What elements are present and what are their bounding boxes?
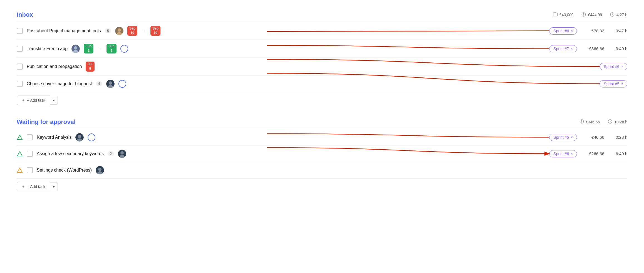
task-amount: €366.66	[585, 46, 604, 51]
plus-icon: ＋	[21, 184, 25, 189]
task-date-end: Jun5	[106, 44, 116, 53]
svg-point-10	[109, 81, 112, 85]
task-status-circle	[118, 80, 126, 88]
svg-point-4	[118, 28, 121, 32]
sprint-badge[interactable]: Sprint #7 ×	[549, 45, 577, 52]
waiting-header: Waiting for approval €346.65 10:28 h	[17, 118, 627, 126]
svg-point-7	[74, 46, 77, 50]
add-task-button[interactable]: ＋ + Add task	[17, 96, 50, 105]
cost-icon	[581, 12, 586, 18]
avatar	[71, 45, 80, 53]
inbox-cost-value: €444.99	[588, 13, 602, 17]
warning-triangle-yellow-icon: !	[17, 167, 23, 173]
inbox-section: Inbox €40,000 €444.99	[17, 11, 627, 105]
task-name: Choose cover image for blogpost	[27, 81, 92, 86]
task-time: 3:40 h	[612, 46, 627, 51]
sprint-label: Sprint #6	[553, 152, 569, 156]
task-amount: €266.66	[585, 151, 604, 156]
task-name: Publication and propagation	[27, 64, 82, 69]
task-checkbox[interactable]	[17, 46, 23, 52]
task-checkbox[interactable]	[27, 134, 33, 140]
table-row: Publication and propagation Jul9 Sprint …	[17, 58, 627, 75]
task-right-section: Sprint #5 × €46.66 0:28 h	[549, 134, 627, 141]
add-task-label: + Add task	[27, 98, 45, 103]
task-right-section: Sprint #6 × €266.66 6:40 h	[549, 150, 627, 157]
task-name: Post about Project management tools	[27, 28, 101, 33]
task-name: Assign a few secondary keywords	[37, 151, 104, 156]
sprint-label: Sprint #6	[553, 29, 569, 33]
task-status-circle	[120, 45, 128, 53]
sprint-label: Sprint #5	[604, 82, 619, 86]
warning-triangle-icon: !	[17, 134, 23, 140]
inbox-cost: €444.99	[581, 12, 602, 18]
sprint-close-icon[interactable]: ×	[571, 29, 573, 33]
task-amount: €46.66	[585, 135, 604, 140]
task-time: 6:40 h	[612, 151, 627, 156]
task-name: Keyword Analysis	[37, 135, 71, 140]
sprint-close-icon[interactable]: ×	[571, 135, 573, 139]
task-time: 0:28 h	[612, 135, 627, 140]
waiting-time-value: 10:28 h	[614, 120, 627, 124]
add-task-dropdown-button-waiting[interactable]: ▾	[50, 182, 58, 191]
task-checkbox[interactable]	[27, 151, 33, 157]
sprint-close-icon[interactable]: ×	[571, 152, 573, 156]
table-row: ! Assign a few secondary keywords 2 Spri…	[17, 146, 627, 162]
task-right-section: Sprint #7 × €366.66 3:40 h	[549, 45, 627, 52]
task-comment-count: 2	[108, 151, 114, 156]
task-date-end: Sep10	[150, 26, 160, 36]
waiting-cost: €346.65	[579, 119, 600, 125]
task-name: Translate Freelo app	[27, 46, 68, 51]
task-checkbox[interactable]	[17, 81, 23, 87]
sprint-badge[interactable]: Sprint #5 ×	[549, 134, 577, 141]
waiting-time: 10:28 h	[608, 119, 627, 125]
svg-rect-0	[553, 13, 557, 16]
waiting-section: Waiting for approval €346.65 10:28 h	[17, 118, 627, 191]
sprint-close-icon[interactable]: ×	[621, 82, 623, 86]
sprint-close-icon[interactable]: ×	[621, 64, 623, 69]
avatar	[115, 27, 123, 35]
svg-point-24	[98, 168, 101, 171]
sprint-label: Sprint #7	[553, 47, 569, 51]
inbox-budget-value: €40,000	[559, 13, 574, 17]
inbox-title: Inbox	[17, 11, 33, 18]
sprint-badge[interactable]: Sprint #6 ×	[600, 63, 627, 70]
plus-icon: ＋	[21, 98, 25, 103]
task-name: Settings check (WordPress)	[37, 168, 92, 173]
svg-text:!: !	[19, 170, 20, 172]
inbox-time: 4:27 h	[610, 12, 627, 18]
add-task-button-group: ＋ + Add task ▾	[17, 96, 627, 105]
sprint-badge[interactable]: Sprint #5 ×	[600, 80, 627, 87]
waiting-task-list: ! Keyword Analysis Sprint #5 × €46.66 0:…	[17, 129, 627, 179]
time-icon	[608, 119, 613, 125]
task-status-circle	[88, 133, 95, 141]
sprint-badge[interactable]: Sprint #6 ×	[549, 27, 577, 35]
chevron-down-icon: ▾	[53, 184, 55, 189]
budget-icon	[553, 12, 558, 18]
task-checkbox[interactable]	[17, 28, 23, 34]
table-row: Choose cover image for blogpost 4 Sprint…	[17, 76, 627, 92]
task-comment-count: 4	[96, 81, 102, 86]
table-row: Post about Project management tools 5 Se…	[17, 22, 627, 40]
sprint-close-icon[interactable]: ×	[571, 47, 573, 51]
svg-text:!: !	[19, 153, 20, 156]
add-task-label: + Add task	[27, 184, 45, 189]
sprint-badge[interactable]: Sprint #6 ×	[549, 150, 577, 157]
inbox-task-list: Post about Project management tools 5 Se…	[17, 22, 627, 92]
table-row: Translate Freelo app Jun3 → Jun5 Sprint …	[17, 40, 627, 58]
task-date: Jul9	[86, 62, 94, 71]
waiting-meta: €346.65 10:28 h	[579, 119, 627, 125]
task-right-section: Sprint #6 ×	[600, 63, 627, 70]
task-checkbox[interactable]	[17, 64, 23, 70]
time-icon	[610, 12, 615, 18]
add-task-button-group-waiting: ＋ + Add task ▾	[17, 182, 627, 191]
chevron-down-icon: ▾	[53, 98, 55, 103]
warning-triangle-outline-icon: !	[17, 151, 23, 157]
task-amount: €78.33	[585, 28, 604, 33]
table-row: ! Keyword Analysis Sprint #5 × €46.66 0:…	[17, 129, 627, 146]
svg-point-16	[78, 135, 81, 138]
add-task-button-waiting[interactable]: ＋ + Add task	[17, 182, 50, 191]
add-task-dropdown-button[interactable]: ▾	[50, 96, 58, 105]
task-right-section: Sprint #5 ×	[600, 80, 627, 87]
task-date-start: Jun3	[84, 44, 93, 53]
task-checkbox[interactable]	[27, 167, 33, 173]
